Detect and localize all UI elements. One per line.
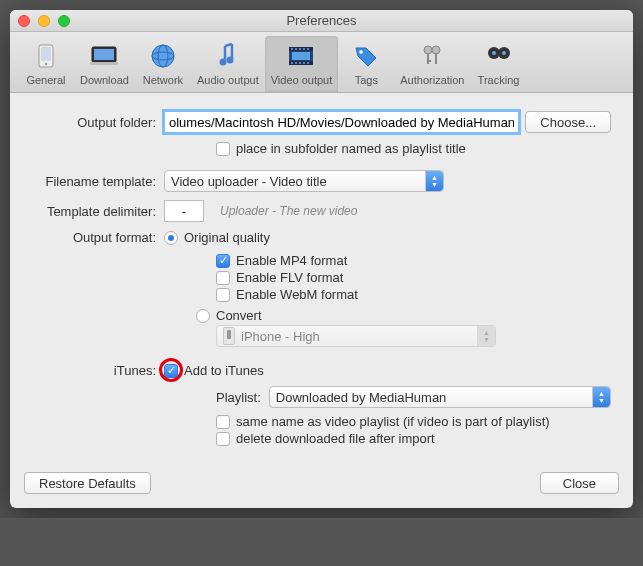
titlebar: Preferences (10, 10, 633, 32)
tab-label: Audio output (197, 74, 259, 86)
filename-template-value: Video uploader - Video title (171, 174, 327, 189)
playlist-select[interactable]: Downloaded by MediaHuman ▲▼ (269, 386, 611, 408)
svg-rect-17 (303, 48, 305, 50)
original-quality-label: Original quality (184, 230, 270, 245)
convert-preset-value: iPhone - High (241, 329, 320, 344)
tab-tracking[interactable]: Tracking (471, 36, 527, 92)
convert-radio[interactable] (196, 309, 210, 323)
svg-point-25 (359, 50, 363, 54)
svg-rect-4 (94, 49, 114, 60)
svg-point-10 (226, 57, 233, 64)
enable-mp4-label: Enable MP4 format (236, 253, 347, 268)
svg-rect-28 (427, 54, 429, 64)
tab-download[interactable]: Download (74, 36, 135, 92)
svg-rect-1 (41, 47, 51, 61)
window-title: Preferences (10, 13, 633, 28)
svg-rect-5 (90, 62, 118, 65)
chevron-updown-icon: ▲▼ (592, 387, 610, 407)
svg-point-26 (424, 46, 432, 54)
tab-label: Video output (271, 74, 333, 86)
zoom-icon[interactable] (58, 15, 70, 27)
enable-flv-label: Enable FLV format (236, 270, 343, 285)
audio-output-icon (212, 40, 244, 72)
svg-rect-21 (299, 62, 301, 64)
tab-label: Network (143, 74, 183, 86)
choose-button[interactable]: Choose... (525, 111, 611, 133)
svg-point-9 (219, 59, 226, 66)
video-output-icon (285, 40, 317, 72)
toolbar: General Download Network Audio output Vi… (10, 32, 633, 93)
svg-rect-29 (435, 54, 437, 64)
tags-icon (350, 40, 382, 72)
subfolder-checkbox[interactable] (216, 142, 230, 156)
footer: Restore Defaults Close (10, 462, 633, 508)
delete-after-label: delete downloaded file after import (236, 431, 435, 446)
output-folder-field[interactable] (164, 111, 519, 133)
tab-label: Tracking (478, 74, 520, 86)
svg-point-6 (152, 45, 174, 67)
svg-rect-35 (498, 52, 500, 54)
close-button[interactable]: Close (540, 472, 619, 494)
svg-point-2 (45, 63, 48, 66)
tab-label: Authorization (400, 74, 464, 86)
enable-mp4-checkbox[interactable]: ✓ (216, 254, 230, 268)
tab-general[interactable]: General (18, 36, 74, 92)
svg-rect-18 (307, 48, 309, 50)
svg-rect-14 (291, 48, 293, 50)
svg-rect-22 (303, 62, 305, 64)
template-delimiter-label: Template delimiter: (32, 204, 164, 219)
preferences-window: Preferences General Download Network Aud… (10, 10, 633, 508)
enable-flv-checkbox[interactable] (216, 271, 230, 285)
chevron-updown-icon: ▲▼ (425, 171, 443, 191)
download-icon (88, 40, 120, 72)
convert-label: Convert (216, 308, 262, 323)
output-format-label: Output format: (32, 230, 164, 245)
svg-rect-20 (295, 62, 297, 64)
tab-authorization[interactable]: Authorization (394, 36, 470, 92)
content: Output folder: Choose... place in subfol… (10, 93, 633, 462)
tab-audio-output[interactable]: Audio output (191, 36, 265, 92)
svg-point-34 (502, 51, 506, 55)
enable-webm-label: Enable WebM format (236, 287, 358, 302)
enable-webm-checkbox[interactable] (216, 288, 230, 302)
subfolder-label: place in subfolder named as playlist tit… (236, 141, 466, 156)
same-name-label: same name as video playlist (if video is… (236, 414, 550, 429)
original-quality-radio[interactable] (164, 231, 178, 245)
playlist-label: Playlist: (216, 390, 261, 405)
filename-template-select[interactable]: Video uploader - Video title ▲▼ (164, 170, 444, 192)
svg-point-27 (432, 46, 440, 54)
tab-label: General (26, 74, 65, 86)
svg-rect-23 (307, 62, 309, 64)
svg-rect-30 (427, 60, 431, 62)
general-icon (30, 40, 62, 72)
tab-network[interactable]: Network (135, 36, 191, 92)
minimize-icon[interactable] (38, 15, 50, 27)
restore-defaults-button[interactable]: Restore Defaults (24, 472, 151, 494)
filename-template-label: Filename template: (32, 174, 164, 189)
svg-rect-19 (291, 62, 293, 64)
tracking-icon (483, 40, 515, 72)
template-delimiter-field[interactable] (164, 200, 204, 222)
tab-label: Download (80, 74, 129, 86)
device-icon (223, 327, 235, 345)
chevron-updown-icon: ▲▼ (477, 326, 495, 346)
same-name-checkbox[interactable] (216, 415, 230, 429)
tab-video-output[interactable]: Video output (265, 36, 339, 92)
svg-rect-16 (299, 48, 301, 50)
itunes-label: iTunes: (32, 363, 164, 378)
authorization-icon (416, 40, 448, 72)
delete-after-checkbox[interactable] (216, 432, 230, 446)
svg-rect-24 (292, 52, 310, 60)
playlist-value: Downloaded by MediaHuman (276, 390, 447, 405)
add-to-itunes-checkbox[interactable]: ✓ (164, 364, 178, 378)
network-icon (147, 40, 179, 72)
tab-label: Tags (355, 74, 378, 86)
template-delimiter-hint: Uploader - The new video (220, 204, 357, 218)
tab-tags[interactable]: Tags (338, 36, 394, 92)
close-icon[interactable] (18, 15, 30, 27)
svg-point-33 (492, 51, 496, 55)
add-to-itunes-label: Add to iTunes (184, 363, 264, 378)
svg-rect-15 (295, 48, 297, 50)
output-folder-label: Output folder: (32, 115, 164, 130)
convert-preset-select[interactable]: iPhone - High ▲▼ (216, 325, 496, 347)
